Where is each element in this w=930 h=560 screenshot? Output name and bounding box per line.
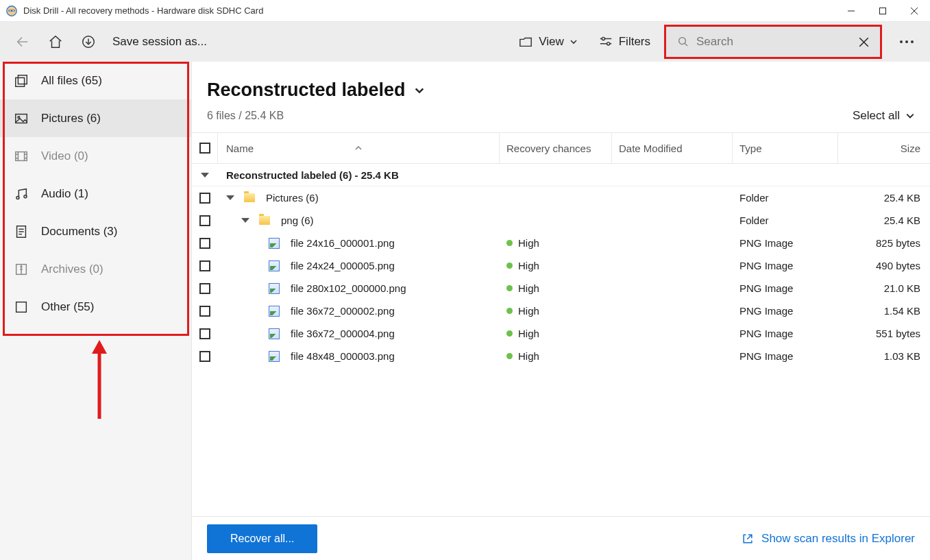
filters-label: Filters [619,35,650,49]
svg-point-20 [905,40,908,43]
group-header-row[interactable]: Reconstructed labeled (6) - 25.4 KB [192,164,930,186]
checkbox[interactable] [199,238,210,249]
search-box[interactable] [664,25,882,59]
sidebar-item-all-files[interactable]: All files (65) [0,62,191,99]
size-label: 25.4 KB [884,215,920,226]
table-row[interactable]: file 24x24_000005.pngHighPNG Image490 by… [192,254,930,277]
table-row[interactable]: Pictures (6)Folder25.4 KB [192,186,930,209]
filters-button[interactable]: Filters [591,28,657,56]
checkbox[interactable] [199,328,210,339]
maximize-button[interactable] [867,0,898,22]
table-row[interactable]: file 36x72_000002.pngHighPNG Image1.54 K… [192,300,930,322]
file-name: file 24x16_000001.png [291,237,395,249]
back-button[interactable] [10,29,36,55]
type-label: PNG Image [739,350,793,362]
table-header: Name Recovery chances Date Modified Type… [192,132,930,164]
toolbar: Save session as... View Filters [0,22,930,62]
search-input[interactable] [696,35,852,49]
recover-all-button[interactable]: Recover all... [207,524,317,553]
music-icon [14,186,29,202]
table-row[interactable]: file 280x102_000000.pngHighPNG Image21.0… [192,277,930,300]
caret-down-icon[interactable] [201,173,209,178]
svg-point-19 [900,40,903,43]
sidebar-item-label: All files (65) [41,74,102,88]
chevron-down-icon [905,111,915,121]
caret-down-icon[interactable] [241,218,249,223]
checkbox[interactable] [199,351,210,362]
checkbox[interactable] [199,260,210,271]
svg-rect-26 [16,151,27,160]
save-session-label[interactable]: Save session as... [112,35,207,49]
svg-line-16 [685,43,687,46]
column-name[interactable]: Name [218,133,500,163]
sidebar-item-video[interactable]: Video (0) [0,137,191,175]
minimize-button[interactable] [835,0,867,22]
page-title-dropdown[interactable]: Reconstructed labeled [207,80,425,101]
checkbox[interactable] [199,283,210,294]
chevron-down-icon [570,38,578,46]
select-all-dropdown[interactable]: Select all [853,109,915,123]
home-button[interactable] [42,29,69,55]
more-menu-button[interactable] [893,28,920,56]
svg-rect-5 [880,8,886,14]
file-name: file 280x102_000000.png [291,282,406,294]
sidebar: All files (65) Pictures (6) Video (0) Au… [0,62,192,560]
table-row[interactable]: file 48x48_000003.pngHighPNG Image1.03 K… [192,345,930,367]
recovery-label: High [518,260,539,271]
column-date[interactable]: Date Modified [612,133,733,163]
sidebar-item-pictures[interactable]: Pictures (6) [0,99,191,137]
close-button[interactable] [898,0,930,22]
clear-search-icon[interactable] [859,37,869,47]
view-label: View [539,35,564,49]
table-row[interactable]: file 36x72_000004.pngHighPNG Image551 by… [192,322,930,345]
size-label: 1.54 KB [884,305,920,317]
download-button[interactable] [75,29,101,55]
column-recovery[interactable]: Recovery chances [500,133,612,163]
recovery-label: High [518,350,539,362]
sidebar-item-label: Audio (1) [41,187,88,201]
sidebar-item-documents[interactable]: Documents (3) [0,212,191,250]
table-row[interactable]: file 24x16_000001.pngHighPNG Image825 by… [192,232,930,254]
group-label: Reconstructed labeled (6) - 25.4 KB [226,169,399,181]
sidebar-item-other[interactable]: Other (55) [0,288,191,326]
size-label: 25.4 KB [884,192,920,204]
sidebar-item-audio[interactable]: Audio (1) [0,175,191,212]
svg-rect-23 [18,75,27,84]
film-icon [14,149,29,164]
caret-down-icon[interactable] [226,195,234,200]
sidebar-item-archives[interactable]: Archives (0) [0,250,191,288]
table-row[interactable]: png (6)Folder25.4 KB [192,209,930,232]
status-dot-icon [506,240,513,246]
archive-icon [14,262,29,277]
sidebar-item-label: Documents (3) [41,225,117,239]
checkbox[interactable] [199,193,210,204]
show-in-explorer-link[interactable]: Show scan results in Explorer [741,532,915,546]
column-type[interactable]: Type [733,133,838,163]
file-name: file 48x48_000003.png [291,350,395,362]
svg-point-15 [679,38,686,45]
folder-icon [259,216,270,225]
sidebar-item-label: Pictures (6) [41,112,101,125]
titlebar: Disk Drill - All recovery methods - Hard… [0,0,930,22]
folder-icon [244,193,255,202]
recovery-label: High [518,328,539,339]
recovery-label: High [518,237,539,249]
size-label: 21.0 KB [884,282,920,294]
folder-open-icon [518,35,533,49]
column-size[interactable]: Size [838,133,930,163]
svg-point-13 [602,37,604,40]
checkbox[interactable] [199,306,210,317]
header-checkbox-cell[interactable] [192,133,218,163]
checkbox[interactable] [199,143,210,154]
checkbox[interactable] [199,215,210,226]
file-name: file 36x72_000004.png [291,328,395,339]
svg-marker-45 [92,340,107,354]
image-file-icon [269,351,280,362]
file-name: png (6) [281,215,314,226]
view-dropdown[interactable]: View [511,28,585,56]
svg-rect-24 [16,114,27,123]
file-name: file 24x24_000005.png [291,260,395,271]
picture-icon [14,111,29,126]
size-label: 551 bytes [876,328,920,339]
type-label: PNG Image [739,328,793,339]
